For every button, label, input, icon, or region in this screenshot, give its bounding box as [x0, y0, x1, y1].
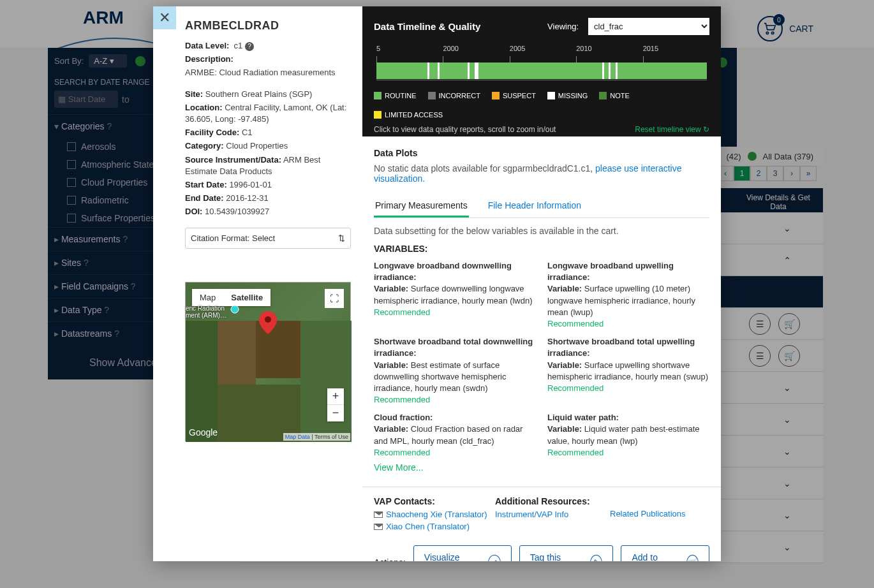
timeline-hint: Click to view data quality reports, scro…	[374, 125, 556, 134]
fullscreen-button[interactable]: ⛶	[325, 289, 344, 308]
google-logo: Google	[189, 427, 218, 437]
variable-block: Cloud fraction:Variable: Cloud Fraction …	[374, 412, 536, 459]
variable-block: Shortwave broadband total downwelling ir…	[374, 336, 536, 406]
map-marker-icon	[230, 305, 239, 314]
visualize-icon: ⤢	[488, 555, 500, 561]
view-more-link[interactable]: View More...	[362, 459, 721, 476]
map-tab-map[interactable]: Map	[192, 289, 223, 306]
modal-title: ARMBECLDRAD	[185, 19, 351, 33]
map-pin-icon	[259, 311, 277, 338]
variable-block: Liquid water path:Variable: Liquid water…	[547, 412, 709, 459]
actions-label: Actions:	[374, 557, 406, 561]
timeline-variable-select[interactable]: cld_frac	[588, 18, 709, 35]
contacts-title: VAP Contacts:	[374, 496, 495, 506]
tag-button[interactable]: Tag this Data ✎	[519, 545, 614, 561]
map-data-link[interactable]: Map Data	[285, 434, 310, 440]
timeline-title: Data Timeline & Quality	[374, 21, 480, 32]
details-modal: ✕ ARMBECLDRAD Data Level: c1 ? Descripti…	[153, 6, 721, 561]
fullscreen-icon: ⛶	[330, 293, 339, 304]
citation-select[interactable]: Citation Format: Select⇅	[185, 228, 351, 249]
subset-note: Data subsetting for the below variables …	[362, 218, 721, 236]
close-button[interactable]: ✕	[153, 6, 176, 29]
resources-title: Additional Resources:	[495, 496, 610, 506]
variable-block: Longwave broadband upwelling irradiance:…	[547, 260, 709, 330]
envelope-icon	[374, 524, 383, 530]
data-plots-title: Data Plots	[374, 148, 709, 158]
add-to-cart-button[interactable]: Add to Cart 🛒	[621, 545, 709, 561]
resource-link[interactable]: Instrument/VAP Info	[495, 510, 610, 519]
variable-block: Longwave broadband downwelling irradianc…	[374, 260, 536, 330]
visualize-button[interactable]: Visualize Data ⤢	[413, 545, 512, 561]
cart-icon: 🛒	[686, 555, 699, 561]
svg-point-0	[231, 305, 239, 313]
reset-timeline-link[interactable]: Reset timeline view ↻	[635, 125, 709, 134]
zoom-out-button[interactable]: −	[327, 405, 344, 422]
close-icon: ✕	[159, 10, 170, 26]
description-text: ARMBE: Cloud Radiation measurements	[185, 67, 351, 78]
help-icon[interactable]: ?	[245, 42, 254, 51]
tab-primary[interactable]: Primary Measurements	[374, 195, 469, 217]
chevron-down-icon: ⇅	[338, 233, 345, 243]
tab-file-header[interactable]: File Header Information	[487, 195, 582, 217]
variable-block: Shortwave broadband total upwelling irra…	[547, 336, 709, 406]
contact-link[interactable]: Shaocheng Xie (Translator)	[374, 510, 495, 519]
tag-icon: ✎	[590, 555, 602, 561]
zoom-in-button[interactable]: +	[327, 388, 344, 405]
viewing-label: Viewing:	[547, 22, 579, 31]
contact-link[interactable]: Xiao Chen (Translator)	[374, 522, 495, 531]
map[interactable]: Map Satellite ⛶ eric Radiationment (ARM)…	[185, 282, 351, 441]
data-plots-text: No static data plots available for sgpar…	[374, 163, 709, 184]
svg-point-1	[265, 316, 271, 323]
terms-link[interactable]: Terms of Use	[315, 434, 348, 440]
resource-link[interactable]: Related Publications	[610, 509, 721, 518]
variables-title: VARIABLES:	[362, 236, 721, 256]
envelope-icon	[374, 511, 383, 518]
timeline-chart[interactable]: 5 2000 2005 2010 2015	[374, 45, 709, 83]
map-tab-satellite[interactable]: Satellite	[223, 289, 270, 306]
